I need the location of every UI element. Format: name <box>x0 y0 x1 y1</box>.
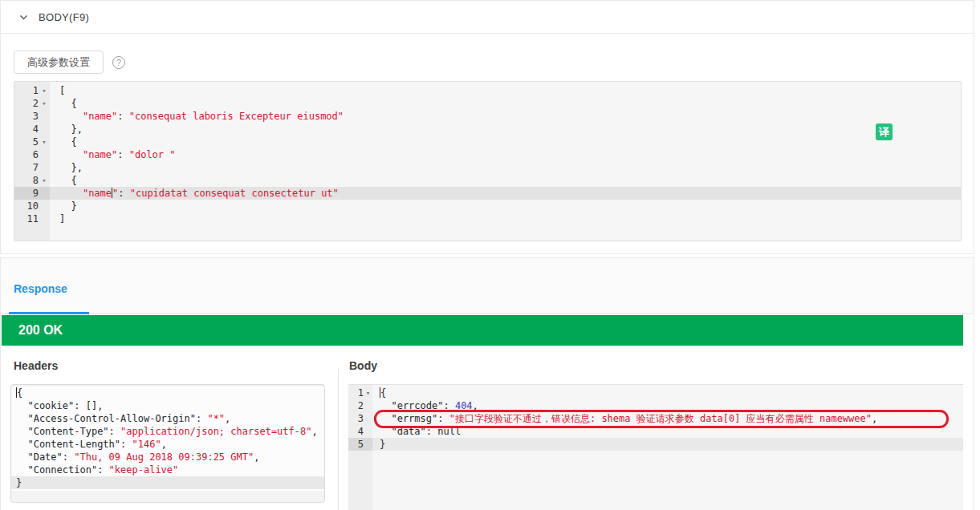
request-body-panel: BODY(F9) 高级参数设置 ? 1▾[2▾ {3 "name": "cons… <box>0 0 974 254</box>
code-line: "Connection": "keep-alive" <box>11 463 324 476</box>
code-line: 5▾ { <box>14 136 961 148</box>
advanced-params-button[interactable]: 高级参数设置 <box>14 51 104 74</box>
tab-response[interactable]: Response <box>14 282 67 295</box>
code-line: 3 "errmsg": "接口字段验证不通过，错误信息: shema 验证请求参… <box>348 412 963 425</box>
line-number: 3 <box>348 412 372 425</box>
request-json-editor[interactable]: 1▾[2▾ {3 "name": "consequat laboris Exce… <box>14 81 962 241</box>
line-number: 11 <box>14 212 50 225</box>
fold-spacer <box>364 399 372 412</box>
line-number: 4 <box>14 123 50 136</box>
code-line: 2▾ { <box>14 97 961 110</box>
code-line: 4 "data": null <box>348 425 963 438</box>
fold-arrow-icon[interactable]: ▾ <box>39 84 50 97</box>
code-line: "Content-Length": "146", <box>11 438 324 451</box>
code-line: } <box>11 476 324 489</box>
code-line: 1▾[ <box>14 84 961 97</box>
line-number: 6 <box>14 148 50 161</box>
code-line: "cookie": [], <box>11 399 324 412</box>
response-tabbar: Response <box>1 258 974 314</box>
body-label: Body <box>349 359 377 372</box>
code-line: 5} <box>348 438 963 451</box>
panel-title: BODY(F9) <box>39 11 89 23</box>
code-line: 8▾ { <box>14 174 961 187</box>
line-number: 7 <box>14 161 50 174</box>
fold-arrow-icon[interactable]: ▾ <box>39 136 50 148</box>
panel-header[interactable]: BODY(F9) <box>1 1 974 34</box>
fold-spacer <box>39 110 50 123</box>
code-line: 11] <box>14 212 961 225</box>
code-line: 4 }, <box>14 123 961 136</box>
code-line: 1▾{ <box>348 387 963 399</box>
response-body-editor[interactable]: 1▾{2 "errcode": 404,3 "errmsg": "接口字段验证不… <box>348 384 963 510</box>
line-number: 9 <box>14 187 50 200</box>
status-code: 200 OK <box>18 323 63 338</box>
fold-spacer <box>364 412 372 425</box>
fold-spacer <box>39 123 50 136</box>
fold-spacer <box>39 161 50 174</box>
response-panel: Response 200 OK Headers Body { "cookie":… <box>0 257 974 510</box>
line-number: 3 <box>14 110 50 123</box>
code-line: 6 "name": "dolor " <box>14 148 961 161</box>
fold-spacer <box>39 212 50 225</box>
code-line: "Access-Control-Allow-Origin": "*", <box>11 412 324 425</box>
fold-spacer <box>39 187 50 200</box>
line-number: 2▾ <box>14 97 50 110</box>
line-number: 2 <box>348 399 372 412</box>
fold-spacer <box>39 148 50 161</box>
headers-label: Headers <box>14 359 58 372</box>
translate-badge[interactable]: 译 <box>876 123 893 140</box>
line-number: 10 <box>14 200 50 212</box>
line-number: 1▾ <box>14 84 50 97</box>
code-line: { <box>11 387 324 399</box>
response-headers-editor[interactable]: { "cookie": [], "Access-Control-Allow-Or… <box>10 384 325 503</box>
column-divider <box>338 369 339 510</box>
code-line: 10 } <box>14 200 961 212</box>
fold-spacer <box>364 425 372 438</box>
chevron-down-icon[interactable] <box>18 12 29 22</box>
help-icon[interactable]: ? <box>112 56 125 69</box>
line-number: 5 <box>348 438 372 451</box>
fold-spacer <box>364 438 372 451</box>
code-line: 9 "name": "cupidatat consequat consectet… <box>14 187 961 200</box>
line-number: 5▾ <box>14 136 50 148</box>
code-line: 2 "errcode": 404, <box>348 399 963 412</box>
code-line: 3 "name": "consequat laboris Excepteur e… <box>14 110 961 123</box>
tab-ink-bar <box>9 312 89 314</box>
code-line: "Content-Type": "application/json; chars… <box>11 425 324 438</box>
line-number: 8▾ <box>14 174 50 187</box>
line-number: 4 <box>348 425 372 438</box>
code-line: "Date": "Thu, 09 Aug 2018 09:39:25 GMT", <box>11 451 324 463</box>
fold-arrow-icon[interactable]: ▾ <box>364 387 372 399</box>
fold-arrow-icon[interactable]: ▾ <box>39 174 50 187</box>
code-line: 7 }, <box>14 161 961 174</box>
line-number: 1▾ <box>348 387 372 399</box>
status-bar: 200 OK <box>2 315 963 346</box>
fold-arrow-icon[interactable]: ▾ <box>39 97 50 110</box>
fold-spacer <box>39 200 50 212</box>
